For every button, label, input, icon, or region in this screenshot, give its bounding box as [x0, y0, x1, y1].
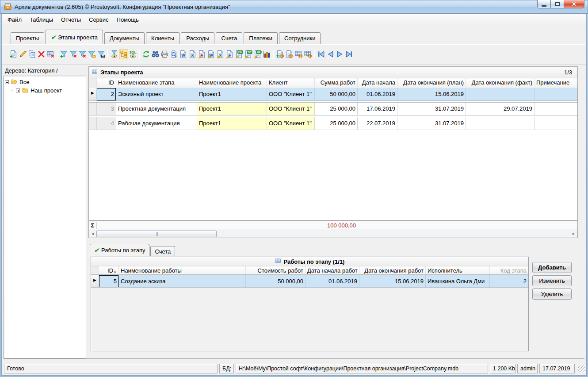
tab-expenses[interactable]: Расходы — [181, 32, 214, 44]
status-bar: Готово БД: H:\Моё\Му\Простой софт\Конфиг… — [2, 362, 586, 375]
table-row[interactable]: ▶ 2 Эскизный проект Проект1 ООО "Клиент … — [89, 88, 577, 101]
horizontal-scrollbar[interactable]: ◄ ► — [89, 230, 577, 238]
edit-button[interactable]: Изменить — [532, 275, 572, 286]
export-xml-icon[interactable]: XML — [253, 50, 262, 59]
tree-panel-icon[interactable] — [119, 50, 128, 59]
form-settings-icon[interactable] — [303, 50, 313, 59]
export-html-icon[interactable]: e — [225, 50, 234, 59]
tree-node-our-project[interactable]: Наш проект — [11, 86, 85, 95]
tab-project-stages[interactable]: ✔Этапы проекта — [46, 30, 103, 44]
col-id[interactable]: ID — [97, 78, 116, 87]
tree-node-all[interactable]: Все — [5, 78, 85, 86]
menu-tables[interactable]: Таблицы — [26, 15, 57, 24]
tab-stage-invoices[interactable]: Счета — [150, 246, 175, 256]
cell-id[interactable]: 2 — [97, 88, 116, 100]
col-end-date-fact[interactable]: Дата окончания (факт) — [466, 78, 535, 87]
record-settings-icon[interactable] — [285, 50, 294, 59]
table-row[interactable]: 3 Проектная документация Проект1 ООО "Кл… — [89, 102, 577, 115]
tab-clients[interactable]: Клиенты — [146, 32, 179, 44]
sql-view-icon[interactable]: SQL — [128, 50, 137, 59]
works-table: Работы по этапу (1/1) ID▲ Наименование р… — [91, 257, 529, 351]
delete-records-icon[interactable] — [46, 50, 55, 59]
col-stage-name[interactable]: Наименование этапа — [116, 78, 197, 87]
export-excel-arrow-icon[interactable]: X — [216, 50, 225, 59]
col-executor[interactable]: Исполнитель — [426, 266, 490, 274]
tab-employees[interactable]: Сотрудники — [279, 32, 321, 44]
grid-settings-icon[interactable] — [294, 50, 303, 59]
bottom-divider — [4, 358, 584, 359]
col-note[interactable]: Примечание — [535, 78, 577, 87]
export-txt-icon[interactable]: TXT — [244, 50, 253, 59]
minimize-button[interactable] — [537, 0, 551, 8]
add-child-record-icon[interactable] — [275, 50, 285, 59]
sort-asc-icon: ▲ — [113, 269, 117, 273]
nav-prev-icon[interactable] — [326, 50, 335, 59]
tab-payments[interactable]: Платежи — [244, 32, 278, 44]
find-icon[interactable] — [151, 50, 160, 59]
tab-invoices[interactable]: Счета — [216, 32, 242, 44]
preview-icon[interactable] — [169, 50, 179, 59]
resize-grip[interactable] — [578, 365, 585, 373]
filter-view-icon[interactable] — [110, 50, 119, 59]
nav-last-icon[interactable] — [344, 50, 354, 59]
col-project-name[interactable]: Наименование проекта — [197, 78, 267, 87]
menu-service[interactable]: Сервис — [85, 15, 113, 24]
col-id[interactable]: ID▲ — [99, 266, 119, 274]
cell-id[interactable]: 3 — [97, 103, 116, 115]
tab-stage-works[interactable]: ✔Работы по этапу — [90, 244, 149, 256]
detail-tabs: ✔Работы по этапу Счета — [90, 244, 176, 256]
thumb-grip — [155, 232, 159, 236]
filter-open-icon[interactable] — [87, 50, 96, 59]
col-work-cost[interactable]: Стоимость работ — [246, 266, 305, 274]
chart-icon[interactable] — [262, 50, 271, 59]
delete-button[interactable]: Удалить — [532, 289, 572, 300]
table-row[interactable]: 4 Рабочая документация Проект1 ООО "Клие… — [89, 117, 577, 130]
tab-documents[interactable]: Документы — [104, 32, 145, 44]
col-work-start[interactable]: Дата начала работ — [305, 266, 359, 274]
col-stage-code[interactable]: Код этапа — [490, 266, 528, 274]
copy-record-icon[interactable] — [27, 50, 37, 59]
scroll-left-icon[interactable]: ◄ — [89, 230, 96, 238]
col-client[interactable]: Клиент — [267, 78, 315, 87]
filter-save-icon[interactable] — [96, 50, 106, 59]
scrollbar-thumb[interactable] — [96, 231, 217, 237]
export-csv-icon[interactable]: CSV — [234, 50, 244, 59]
nav-first-icon[interactable] — [317, 50, 326, 59]
menu-help[interactable]: Помощь — [113, 15, 143, 24]
maximize-button[interactable] — [551, 0, 564, 8]
close-button[interactable]: ✕ — [564, 0, 584, 8]
menu-file[interactable]: Файл — [4, 15, 26, 24]
export-excel-icon[interactable]: X — [188, 50, 197, 59]
cell-id[interactable]: 5 — [99, 275, 119, 287]
filter-add-icon[interactable] — [59, 50, 69, 59]
add-record-icon[interactable] — [9, 50, 18, 59]
delete-record-icon[interactable] — [37, 50, 46, 59]
col-end-date-plan[interactable]: Дата окончания (план) — [397, 78, 466, 87]
filter-clear-icon[interactable] — [69, 50, 78, 59]
scroll-right-icon[interactable]: ► — [570, 230, 577, 238]
nav-next-icon[interactable] — [335, 50, 344, 59]
export-word-icon[interactable]: W — [179, 50, 188, 59]
refresh-icon[interactable] — [141, 50, 151, 59]
export-word-arrow-icon[interactable]: W — [206, 50, 216, 59]
col-work-sum[interactable]: Сумма работ — [315, 78, 358, 87]
collapse-icon[interactable] — [5, 80, 9, 84]
expand-icon[interactable] — [16, 88, 20, 92]
col-work-end[interactable]: Дата окончания работ — [359, 266, 426, 274]
summary-row: Σ 100 000,00 — [89, 220, 577, 230]
menu-reports[interactable]: Отчеты — [57, 15, 85, 24]
cell-id[interactable]: 4 — [97, 117, 116, 130]
toolbar-separator — [107, 50, 108, 59]
works-column-headers: ID▲ Наименование работы Стоимость работ … — [91, 266, 528, 275]
export-pdf-icon[interactable]: A — [197, 50, 206, 59]
status-user: admin — [517, 364, 538, 373]
edit-record-icon[interactable] — [18, 50, 27, 59]
col-work-name[interactable]: Наименование работы — [119, 266, 246, 274]
print-icon[interactable] — [160, 50, 169, 59]
table-row[interactable]: ▶ 5 Создание эскиза 50 000,00 01.06.2019… — [91, 275, 528, 288]
status-db-label: БД: — [219, 364, 234, 373]
filter-clear-all-icon[interactable] — [78, 50, 87, 59]
tab-projects[interactable]: Проекты — [11, 32, 44, 44]
col-start-date[interactable]: Дата начала — [358, 78, 397, 87]
add-button[interactable]: Добавить — [532, 262, 572, 273]
